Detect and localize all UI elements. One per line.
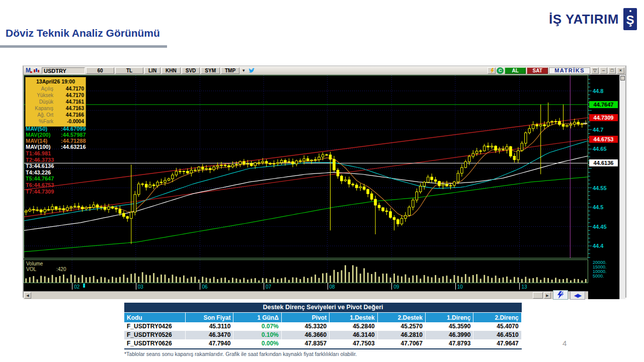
table-row: F_USDTRY0626 47.7940 0.00% 47.8357 47.75… [124,339,522,348]
window-minimize-button[interactable]: – [600,67,607,74]
y-axis-label: 44.45 [593,224,607,230]
ohlc-info-box: 13April26 19:00 Açılış44.7170 Yüksek44.7… [25,77,86,127]
period-button[interactable]: 60 [86,67,114,74]
x-axis-tick [455,283,456,290]
x-axis-label: 02 [74,284,79,290]
window-maximize-button[interactable]: □ [608,67,616,74]
splitter-handle-icon[interactable] [620,76,625,80]
price-level-badge: 44.7309 [589,114,618,121]
twitter-icon[interactable] [248,67,257,74]
x-axis-label: 07 [266,284,271,290]
chevron-down-icon[interactable]: ▼ [240,68,247,73]
x-axis-tick [519,283,520,290]
col-header-gun-delta: 1 GünΔ [233,312,281,322]
volume-value: VOL:420 [26,266,66,272]
matriks-brand: MATRİKS [549,67,590,74]
x-axis-tick [264,283,264,290]
x-axis-tick [200,283,200,290]
x-axis-label: 06 [202,284,207,290]
x-axis-label: 09 [393,284,399,290]
chart-window: M USDTRY 60 TL LIN KHN SVD SYM TMP ▼ C A… [23,65,626,298]
y-axis-label: 44.5 [593,204,603,210]
chart-titlebar: M USDTRY 60 TL LIN KHN SVD SYM TMP ▼ C A… [24,66,625,75]
page-number: 4 [562,339,567,347]
price-level-badge: 44.7647 [589,101,618,108]
y-axis-label: 44.4 [593,243,603,249]
x-axis-tick [72,283,72,290]
price-level-badge: 44.6136 [589,159,618,166]
x-axis-tick [328,283,328,290]
scroll-right-button[interactable]: ▶ [544,292,551,299]
x-axis-label: 13 [521,284,527,290]
col-header-direnc2: 2.Direnç [473,312,521,322]
price-level-badge: 44.6753 [589,136,618,143]
x-axis-label: 10 [457,284,463,290]
toolbar-button-sym[interactable]: SYM [201,67,220,74]
right-scroll-strip[interactable] [619,75,625,299]
volume-panel: Volume VOL:420 [24,259,588,283]
title-underline [0,45,167,48]
table-row: F_USDTRY0526 46.3470 0.10% 46.3660 46.31… [124,331,522,339]
x-axis: 0203060708091013 [24,283,588,291]
y-axis-label: 44.65 [593,146,607,152]
nav-arrows-button[interactable]: ◀▶ [570,291,585,300]
col-header-son-fiyat: Son Fiyat [186,312,233,322]
brand-logo: İŞ YATIRIM Ş [549,8,637,30]
col-header-destek2: 2.Destek [378,312,426,322]
page-title: Döviz Teknik Analiz Görünümü [6,27,160,39]
slide: Döviz Teknik Analiz Görünümü İŞ YATIRIM … [0,0,644,362]
y-axis-label: 44.55 [593,185,607,191]
price-chart [24,75,588,258]
footnote: *Tablolar seans sonu kapanış rakamlarıdı… [124,351,357,357]
info-timestamp: 13April26 19:00 [27,78,84,85]
toolbar-button-svd[interactable]: SVD [182,67,200,74]
buy-button[interactable]: AL [505,67,526,74]
trend-levels-legend: T1:46.981 T2:46.3733 T3:44.6136 T4:43.22… [26,150,54,195]
x-axis-label: 03 [138,284,143,290]
volume-axis-label: 5000. [593,274,604,279]
refresh-icon[interactable]: C [497,67,504,74]
col-header-kodu: Kodu [124,312,186,322]
price-panel: 13April26 19:00 Açılış44.7170 Yüksek44.7… [24,75,588,258]
y-axis-label: 44.7 [593,127,603,133]
table-row: F_USDTRY0426 45.3110 0.07% 45.3320 45.28… [124,322,522,331]
volume-chart [24,260,588,283]
chart-type-icon[interactable] [33,67,41,73]
matriks-flash-button[interactable] [553,290,568,300]
brand-name: İŞ YATIRIM [549,12,619,27]
sell-button[interactable]: SAT [527,67,548,74]
table-bottom-border [124,348,522,349]
toolbar-button-lin[interactable]: LIN [144,67,160,74]
pivot-table: Destek Direnç Seviyeleri ve Pivot Değeri… [124,303,522,349]
symbol-input[interactable]: USDTRY [42,67,85,74]
table-title: Destek Direnç Seviyeleri ve Pivot Değeri [124,303,522,312]
toolbar-button-khn[interactable]: KHN [162,67,181,74]
flash-icon[interactable] [488,67,496,74]
horizontal-scrollbar[interactable]: ◀ ▶ ◀▶ [24,291,588,299]
toolbar-button-tmp[interactable]: TMP [221,67,239,74]
session-marker [83,284,85,288]
window-dropdown-button[interactable]: ▽ [591,67,599,74]
scroll-left-button[interactable]: ◀ [24,292,31,299]
col-header-destek1: 1.Destek [330,312,377,322]
y-axis: 44.844.744.6544.5544.544.4544.444.764744… [588,75,619,299]
chart-body: 13April26 19:00 Açılış44.7170 Yüksek44.7… [24,75,625,299]
volume-title: Volume [26,261,43,266]
matriks-m-icon[interactable]: M [25,67,32,74]
is-bankasi-icon: Ş [623,8,637,30]
col-header-pivot: Pivot [282,312,330,322]
x-axis-tick [136,283,136,290]
col-header-direnc1: 1.Direnç [426,312,473,322]
y-axis-label: 44.8 [593,88,603,94]
x-axis-label: 08 [330,284,335,290]
scroll-thumb[interactable] [533,292,543,299]
window-close-button[interactable]: × [617,67,624,74]
table-header-row: Kodu Son Fiyat 1 GünΔ Pivot 1.Destek 2.D… [124,312,522,322]
x-axis-tick [391,283,392,290]
currency-button[interactable]: TL [115,67,143,74]
mav-legend: MAV(50):44.67099 MAV(200):44.57987 MAV(1… [26,126,86,150]
